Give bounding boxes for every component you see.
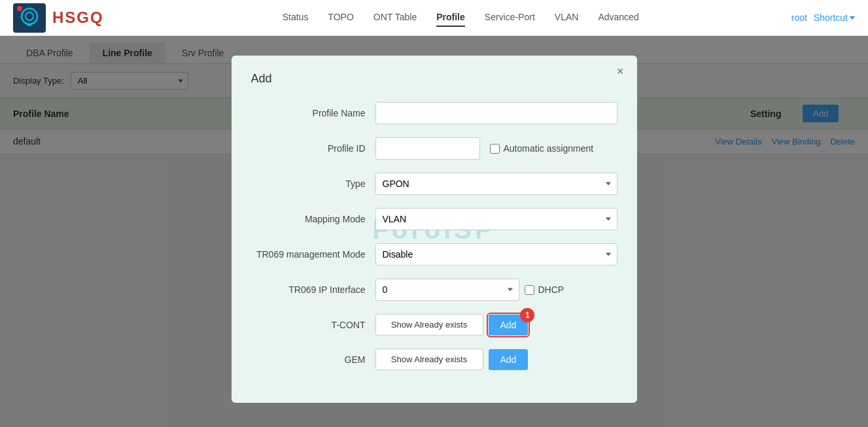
mapping-mode-row: Mapping Mode VLAN GEM Priority [251, 208, 617, 230]
modal-title: Add [251, 72, 617, 86]
dhcp-checkbox[interactable] [525, 285, 534, 295]
logo-text: HSGQ [52, 9, 104, 27]
tr069-mode-select[interactable]: Disable Enable [375, 243, 617, 265]
shortcut-button[interactable]: Shortcut [814, 12, 855, 23]
nav-status[interactable]: Status [283, 9, 309, 27]
gem-row: GEM Show Already exists Add [251, 349, 617, 370]
mapping-mode-label: Mapping Mode [251, 214, 375, 224]
logo-icon [13, 3, 46, 33]
automatic-assignment-checkbox[interactable] [490, 144, 500, 154]
mapping-mode-select-wrapper: VLAN GEM Priority [375, 208, 617, 230]
user-link[interactable]: root [791, 12, 807, 23]
type-label: Type [251, 179, 375, 189]
nav-vlan[interactable]: VLAN [555, 9, 579, 27]
logo-area: HSGQ [13, 3, 104, 33]
type-row: Type GPON EPON XGS-PON [251, 173, 617, 195]
tcont-show-button[interactable]: Show Already exists [375, 314, 483, 335]
profile-id-group: Automatic assignment [375, 137, 617, 160]
profile-name-input[interactable] [375, 102, 617, 124]
chevron-down-icon [850, 16, 855, 20]
profile-id-label: Profile ID [251, 143, 375, 154]
nav-service-port[interactable]: Service-Port [485, 9, 535, 27]
profile-name-row: Profile Name [251, 102, 617, 124]
mapping-mode-select[interactable]: VLAN GEM Priority [375, 208, 617, 230]
tcont-add-button[interactable]: Add 1 [489, 315, 529, 335]
gem-show-button[interactable]: Show Already exists [375, 349, 483, 370]
nav-advanced[interactable]: Advanced [598, 9, 638, 27]
tcont-row: T-CONT Show Already exists Add 1 [251, 314, 617, 335]
profile-name-label: Profile Name [251, 108, 375, 118]
tr069-mode-select-wrapper: Disable Enable [375, 243, 617, 265]
header-right: root Shortcut [791, 12, 855, 23]
svg-point-3 [17, 6, 22, 11]
automatic-assignment-label[interactable]: Automatic assignment [490, 143, 594, 154]
tcont-badge: 1 [520, 308, 534, 322]
tr069-ip-label: TR069 IP Interface [251, 284, 375, 295]
tr069-ip-row: TR069 IP Interface 0 1 2 DHCP [251, 279, 617, 301]
gem-label: GEM [251, 354, 375, 365]
profile-id-input[interactable] [375, 137, 480, 160]
profile-id-row: Profile ID Automatic assignment [251, 137, 617, 160]
gem-add-button[interactable]: Add [489, 349, 529, 370]
tcont-label: T-CONT [251, 320, 375, 330]
nav-profile[interactable]: Profile [436, 9, 465, 27]
modal-overlay: ForoISP Add × Profile Name Profile ID Au… [0, 36, 868, 427]
nav-ont-table[interactable]: ONT Table [373, 9, 417, 27]
tr069-ip-select[interactable]: 0 1 2 [375, 279, 519, 301]
type-select-wrapper: GPON EPON XGS-PON [375, 173, 617, 195]
main-content: DBA Profile Line Profile Srv Profile Dis… [0, 36, 868, 427]
nav-bar: Status TOPO ONT Table Profile Service-Po… [130, 9, 791, 27]
tr069-ip-select-wrapper: 0 1 2 [375, 279, 519, 301]
tr069-mode-row: TR069 management Mode Disable Enable [251, 243, 617, 265]
dhcp-label[interactable]: DHCP [525, 284, 564, 295]
nav-topo[interactable]: TOPO [328, 9, 353, 27]
gem-group: Show Already exists Add [375, 349, 529, 370]
type-select[interactable]: GPON EPON XGS-PON [375, 173, 617, 195]
tr069-ip-group: 0 1 2 DHCP [375, 279, 564, 301]
add-modal: ForoISP Add × Profile Name Profile ID Au… [232, 56, 637, 403]
tcont-group: Show Already exists Add 1 [375, 314, 529, 335]
tr069-mode-label: TR069 management Mode [251, 249, 375, 260]
header: HSGQ Status TOPO ONT Table Profile Servi… [0, 0, 868, 36]
modal-close-button[interactable]: × [617, 65, 624, 77]
